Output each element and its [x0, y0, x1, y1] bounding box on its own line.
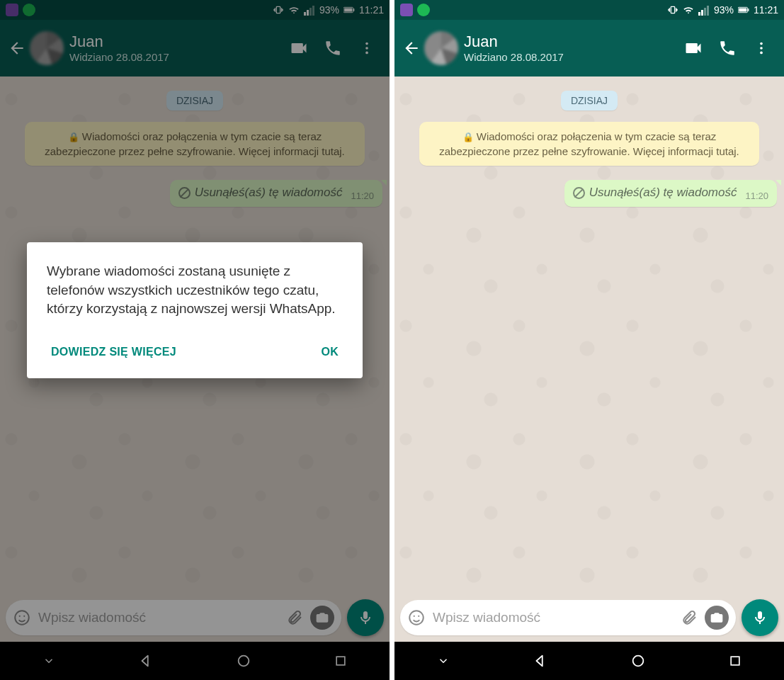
- contact-last-seen: Widziano 28.08.2017: [464, 51, 676, 64]
- phone-right: 93% 11:21 Juan Widziano 28.08.2017 DZISI…: [394, 0, 784, 680]
- date-separator: DZISIAJ: [561, 91, 618, 110]
- app-badge-icon: [417, 4, 430, 16]
- lock-icon: 🔒: [462, 132, 474, 142]
- svg-rect-17: [698, 12, 700, 16]
- chat-area: DZISIAJ 🔒Wiadomości oraz połączenia w ty…: [394, 76, 784, 594]
- voice-call-button[interactable]: [710, 31, 744, 65]
- message-time: 11:20: [745, 191, 768, 201]
- contact-info[interactable]: Juan Widziano 28.08.2017: [464, 33, 676, 64]
- signal-icon: [698, 4, 710, 16]
- ok-button[interactable]: OK: [317, 340, 343, 364]
- svg-rect-16: [671, 6, 674, 13]
- back-button[interactable]: [400, 34, 423, 62]
- svg-point-30: [632, 656, 643, 667]
- svg-rect-18: [701, 10, 703, 16]
- prohibited-icon: [573, 187, 585, 199]
- chat-header: Juan Widziano 28.08.2017: [394, 20, 784, 76]
- battery-percent: 93%: [714, 4, 734, 16]
- delete-confirm-dialog: Wybrane wiadomości zostaną usunięte z te…: [27, 242, 363, 378]
- svg-point-27: [409, 611, 424, 625]
- svg-point-25: [760, 47, 763, 50]
- input-bar: [394, 594, 784, 642]
- nav-recent-button[interactable]: [714, 650, 756, 672]
- nav-home-button[interactable]: [617, 650, 659, 672]
- svg-rect-19: [704, 8, 706, 16]
- svg-rect-22: [739, 8, 746, 12]
- battery-icon: [738, 4, 749, 16]
- clock-text: 11:21: [754, 4, 778, 16]
- contact-name: Juan: [464, 33, 676, 51]
- video-call-button[interactable]: [676, 31, 710, 65]
- vibrate-icon: [667, 4, 678, 16]
- svg-rect-31: [731, 657, 739, 665]
- svg-point-24: [760, 42, 763, 45]
- nav-back-button[interactable]: [519, 650, 562, 672]
- svg-point-26: [760, 52, 763, 55]
- camera-icon[interactable]: [705, 606, 729, 630]
- message-input-container: [400, 600, 736, 635]
- dialog-body-text: Wybrane wiadomości zostaną usunięte z te…: [47, 262, 343, 319]
- android-nav-bar: [394, 642, 784, 680]
- svg-rect-23: [748, 8, 749, 11]
- nav-dropdown-button[interactable]: [422, 650, 465, 672]
- attach-icon[interactable]: [681, 609, 698, 626]
- learn-more-button[interactable]: DOWIEDZ SIĘ WIĘCEJ: [47, 340, 181, 364]
- svg-point-28: [414, 616, 415, 617]
- deleted-message-text: Usunąłeś(aś) tę wiadomość: [573, 186, 737, 200]
- outgoing-message[interactable]: Usunąłeś(aś) tę wiadomość 11:20: [564, 180, 777, 207]
- wifi-icon: [683, 4, 694, 16]
- emoji-icon[interactable]: [407, 608, 426, 627]
- message-input[interactable]: [433, 610, 674, 625]
- more-menu-button[interactable]: [744, 31, 778, 65]
- svg-point-29: [418, 616, 419, 617]
- status-bar: 93% 11:21: [394, 0, 784, 20]
- avatar[interactable]: [424, 31, 458, 65]
- mic-button[interactable]: [742, 599, 778, 636]
- phone-left: 93% 11:21 Juan Widziano 28.08.2017 DZISI…: [0, 0, 390, 680]
- svg-rect-20: [707, 6, 709, 16]
- app-badge-icon: [400, 4, 413, 16]
- encryption-notice[interactable]: 🔒Wiadomości oraz połączenia w tym czacie…: [419, 122, 759, 166]
